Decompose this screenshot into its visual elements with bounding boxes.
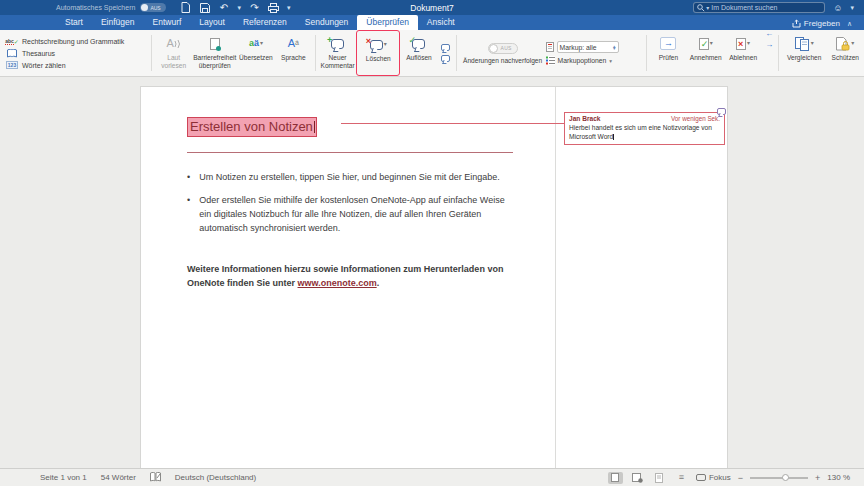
onenote-link[interactable]: www.onenote.com <box>298 278 377 288</box>
new-comment-icon: + <box>331 35 344 52</box>
thesaurus-book-icon <box>6 48 18 58</box>
zoom-in-button[interactable]: + <box>815 473 820 483</box>
web-layout-view-button[interactable] <box>630 472 645 484</box>
new-comment-button[interactable]: + Neuer Kommentar <box>319 30 356 76</box>
language-status[interactable]: Deutsch (Deutschland) <box>175 473 256 482</box>
resolve-comment-icon: ✓ <box>412 35 425 52</box>
outline-view-button[interactable]: ≡ <box>674 472 689 484</box>
search-scope-caret-icon[interactable]: ▾ <box>706 4 709 11</box>
track-changes-group: AUS Änderungen nachverfolgen <box>460 30 546 76</box>
previous-change-icon[interactable]: ← <box>764 30 775 38</box>
new-document-icon[interactable] <box>180 2 191 13</box>
accept-icon: ✓ ▾ <box>699 35 713 52</box>
thesaurus-button[interactable]: Thesaurus <box>6 48 148 58</box>
language-icon: Aá <box>288 35 299 52</box>
search-icon <box>697 4 705 12</box>
previous-comment-icon[interactable] <box>441 44 450 51</box>
ribbon-tabrow: Start Einfügen Entwurf Layout Referenzen… <box>0 15 864 30</box>
list-item: • Um Notizen zu erstellen, tippen Sie hi… <box>187 171 509 185</box>
autosave-state-label: AUS <box>150 5 160 11</box>
protect-caret-icon: ▾ <box>851 40 854 47</box>
language-button[interactable]: Aá Sprache <box>275 30 312 76</box>
document-area: Erstellen von Notizen • Um Notizen zu er… <box>0 77 864 468</box>
autosave-toggle-knob <box>141 4 148 11</box>
undo-caret-icon[interactable]: ▾ <box>237 4 241 12</box>
ribbon-collapse-icon[interactable]: ∧ <box>847 20 852 28</box>
tab-einfuegen[interactable]: Einfügen <box>92 15 144 30</box>
share-icon <box>792 19 801 28</box>
compare-caret-icon: ▾ <box>811 40 814 47</box>
comment-card[interactable]: Jan Brack Vor wenigen Sek. Hierbei hande… <box>564 112 725 145</box>
read-aloud-button[interactable]: A Laut vorlesen <box>155 30 192 76</box>
tab-layout[interactable]: Layout <box>190 15 234 30</box>
share-label: Freigeben <box>804 19 840 28</box>
undo-icon[interactable]: ↶ <box>218 2 229 13</box>
bullet-list[interactable]: • Um Notizen zu erstellen, tippen Sie hi… <box>187 171 509 245</box>
proofing-status-icon[interactable] <box>150 472 161 484</box>
zoom-slider[interactable] <box>750 474 808 482</box>
tab-entwurf[interactable]: Entwurf <box>144 15 191 30</box>
tab-start[interactable]: Start <box>56 15 92 30</box>
word-count[interactable]: 54 Wörter <box>101 473 136 482</box>
comment-bubble-icon[interactable] <box>717 108 726 115</box>
autosave-toggle[interactable]: AUS <box>140 3 166 12</box>
ribbon-divider <box>778 35 779 71</box>
word-count-button[interactable]: 123 Wörter zählen <box>6 60 148 70</box>
reject-button[interactable]: × ▾ Ablehnen <box>724 30 761 76</box>
zoom-slider-knob[interactable] <box>782 474 789 481</box>
translate-button[interactable]: aä▾ Übersetzen <box>237 30 274 76</box>
search-placeholder: Im Dokument suchen <box>711 4 777 11</box>
spelling-grammar-button[interactable]: abc✓ Rechtschreibung und Grammatik <box>6 36 148 46</box>
share-button[interactable]: Freigeben ∧ <box>792 19 852 28</box>
focus-mode-button[interactable]: Fokus <box>696 473 731 482</box>
toolbar-customize-caret-icon[interactable]: ▾ <box>287 4 291 12</box>
search-input[interactable]: ▾ Im Dokument suchen <box>693 2 825 13</box>
word-count-icon: 123 <box>6 60 18 70</box>
word-window: Automatisches Speichern AUS ↶ ▾ ↷ ▾ Doku… <box>0 0 864 486</box>
page-count[interactable]: Seite 1 von 1 <box>40 473 87 482</box>
accept-button[interactable]: ✓ ▾ Annehmen <box>687 30 724 76</box>
check-button[interactable]: → Prüfen <box>650 30 687 76</box>
document-page[interactable]: Erstellen von Notizen • Um Notizen zu er… <box>140 86 728 468</box>
print-layout-view-button[interactable] <box>608 472 623 484</box>
markup-select[interactable]: Markup: alle ▴▾ <box>557 41 619 53</box>
reject-icon: × ▾ <box>736 35 750 52</box>
ribbon-divider <box>151 35 152 71</box>
zoom-level[interactable]: 130 % <box>827 473 850 482</box>
markup-options-button[interactable]: Markupoptionen ▾ <box>546 56 643 65</box>
comment-text[interactable]: Hierbei handelt es sich um eine Notizvor… <box>569 123 720 141</box>
markup-icon <box>546 42 554 52</box>
focus-label: Fokus <box>709 473 731 482</box>
redo-icon[interactable]: ↷ <box>249 2 260 13</box>
bullet-icon: • <box>187 171 190 185</box>
ribbon: abc✓ Rechtschreibung und Grammatik Thesa… <box>0 30 864 77</box>
accessibility-button[interactable]: Barrierefreiheit überprüfen <box>192 30 237 76</box>
protect-button[interactable]: ▾ Schützen <box>827 30 864 76</box>
accessibility-icon <box>210 35 220 52</box>
draft-view-button[interactable] <box>652 472 667 484</box>
resolve-comment-button[interactable]: ✓ Auflösen <box>400 30 437 76</box>
tab-referenzen[interactable]: Referenzen <box>234 15 296 30</box>
feedback-smiley-icon[interactable]: ☺ <box>833 3 842 13</box>
comment-margin-separator <box>555 87 556 468</box>
tab-sendungen[interactable]: Sendungen <box>296 15 358 30</box>
zoom-out-button[interactable]: − <box>738 473 743 483</box>
next-comment-icon[interactable] <box>441 55 450 62</box>
text-cursor <box>314 121 316 133</box>
autosave-label: Automatisches Speichern <box>56 4 135 11</box>
footer-paragraph[interactable]: Weitere Informationen hierzu sowie Infor… <box>187 263 509 291</box>
document-heading[interactable]: Erstellen von Notizen <box>187 117 317 137</box>
delete-comment-button[interactable]: × ▾ Löschen <box>358 31 398 63</box>
delete-comment-icon: × ▾ <box>370 36 387 53</box>
compare-button[interactable]: ▾ Vergleichen <box>782 30 827 76</box>
feedback-caret-icon[interactable]: ▾ <box>850 4 854 12</box>
next-change-icon[interactable]: → <box>764 41 775 49</box>
save-icon[interactable] <box>199 2 210 13</box>
annotation-highlight-box: × ▾ Löschen <box>356 30 400 76</box>
track-changes-toggle[interactable]: AUS <box>488 43 518 54</box>
markup-options-caret-icon: ▾ <box>609 58 612 64</box>
tab-ueberpruefen[interactable]: Überprüfen <box>357 15 418 30</box>
print-icon[interactable] <box>268 2 279 13</box>
tab-ansicht[interactable]: Ansicht <box>418 15 464 30</box>
proofing-group: abc✓ Rechtschreibung und Grammatik Thesa… <box>6 30 148 76</box>
